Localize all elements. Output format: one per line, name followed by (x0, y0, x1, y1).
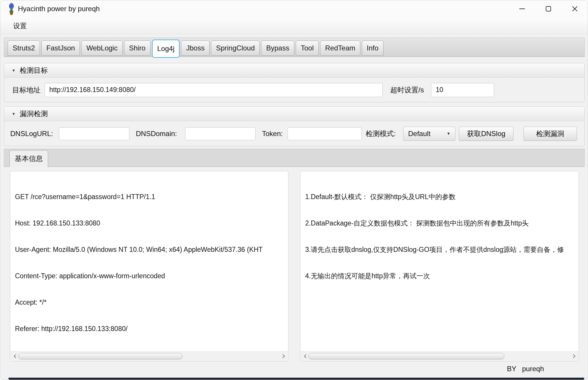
tab-basic-info[interactable]: 基本信息 (9, 150, 48, 167)
hyacinth-app-icon (7, 3, 16, 15)
collapse-arrow-icon: ▼ (12, 112, 16, 116)
tab-shiro[interactable]: Shiro (124, 40, 151, 56)
request-line: User-Agent: Mozilla/5.0 (Windows NT 10.0… (15, 245, 287, 254)
target-group-title: 检测目标 (20, 66, 48, 75)
menu-item-settings[interactable]: 设置 (11, 17, 28, 34)
help-line: 4.无输出的情况可能是http异常，再试一次 (305, 272, 577, 280)
maximize-icon (545, 6, 551, 12)
horizontal-scrollbar[interactable] (11, 351, 288, 361)
close-button[interactable] (567, 0, 583, 17)
scroll-right-button[interactable] (279, 352, 288, 361)
chevron-right-icon (572, 354, 576, 359)
window-title: Hyacinth power by pureqh (18, 0, 100, 17)
tab-weblogic[interactable]: WebLogic (81, 40, 122, 56)
tab-info[interactable]: Info (362, 40, 383, 56)
main-tabstrip: Struts2 FastJson WebLogic Shiro Log4j Jb… (4, 38, 585, 57)
scrollbar-thumb[interactable] (18, 353, 183, 359)
chevron-right-icon (282, 354, 285, 359)
request-text: GET /rce?username=1&password=1 HTTP/1.1 … (15, 175, 287, 350)
horizontal-scrollbar[interactable] (301, 351, 578, 361)
minimize-button[interactable] (514, 0, 530, 17)
detect-vuln-button[interactable]: 检测漏洞 (523, 127, 577, 141)
window-controls (514, 0, 583, 17)
request-line: Referer: http://192.168.150.133:8080/ (15, 324, 287, 333)
app-window: Hyacinth power by pureqh 设置 Struts2 Fast (0, 0, 588, 380)
request-line: Accept: */* (15, 298, 287, 307)
close-icon (572, 6, 578, 12)
token-label: Token: (262, 130, 283, 138)
scrollbar-thumb[interactable] (308, 353, 504, 359)
titlebar: Hyacinth power by pureqh (0, 0, 588, 17)
help-line: 1.Default-默认模式： 仅探测http头及URL中的参数 (305, 192, 577, 201)
chevron-left-icon (13, 354, 17, 359)
footer-credit: BY pureqh (507, 365, 544, 373)
get-dnslog-button[interactable]: 获取DNSlog (459, 127, 513, 141)
target-group-body: 目标地址 超时设置/s (4, 78, 584, 102)
vuln-group-title: 漏洞检测 (20, 109, 48, 118)
main-tabs: Struts2 FastJson WebLogic Shiro Log4j Jb… (4, 38, 584, 57)
target-address-label: 目标地址 (12, 85, 40, 95)
detect-mode-value: Default (408, 130, 430, 138)
dnslogurl-input[interactable] (59, 127, 129, 140)
tab-springcloud[interactable]: SpringCloud (211, 40, 260, 56)
token-input[interactable] (288, 127, 362, 140)
tab-fastjson[interactable]: FastJson (41, 40, 80, 56)
vuln-group: ▼ 漏洞检测 DNSLogURL: DNSDomain: Token: 检测模式… (4, 106, 585, 146)
tab-tool[interactable]: Tool (296, 40, 319, 56)
tab-bypass[interactable]: Bypass (261, 40, 294, 56)
help-line: 3.请先点击获取dnslog,仅支持DNSlog-GO项目，作者不提供dnslo… (305, 245, 577, 254)
request-text-pane[interactable]: GET /rce?username=1&password=1 HTTP/1.1 … (10, 171, 288, 362)
request-line: Content-Type: application/x-www-form-url… (15, 272, 287, 280)
window-bottom-edge (9, 378, 584, 380)
request-line: Host: 192.168.150.133:8080 (15, 219, 287, 228)
collapse-arrow-icon: ▼ (12, 68, 16, 73)
info-tabstrip: 基本信息 (4, 149, 585, 167)
tab-jboss[interactable]: Jboss (181, 40, 209, 56)
detect-mode-combobox[interactable]: Default ▼ (403, 127, 455, 141)
dnsdomain-input[interactable] (185, 127, 256, 140)
chevron-down-icon: ▼ (447, 131, 450, 136)
minimize-icon (519, 9, 525, 9)
tab-redteam[interactable]: RedTeam (320, 40, 360, 56)
chevron-left-icon (304, 354, 307, 359)
menubar: 设置 (0, 17, 588, 34)
dnslogurl-label: DNSLogURL: (10, 130, 53, 138)
vuln-group-body: DNSLogURL: DNSDomain: Token: 检测模式: Defau… (4, 121, 584, 146)
vuln-group-header[interactable]: ▼ 漏洞检测 (4, 107, 584, 121)
help-line: 2.DataPackage-自定义数据包模式： 探测数据包中出现的所有参数及ht… (305, 219, 577, 228)
target-group: ▼ 检测目标 目标地址 超时设置/s (4, 63, 585, 102)
tab-log4j[interactable]: Log4j (152, 40, 180, 58)
dnsdomain-label: DNSDomain: (136, 130, 177, 138)
scroll-right-button[interactable] (570, 352, 578, 361)
tab-struts2[interactable]: Struts2 (8, 40, 40, 56)
target-address-input[interactable] (45, 83, 383, 97)
detect-mode-label: 检测模式: (366, 129, 396, 138)
timeout-input[interactable] (431, 83, 494, 97)
target-group-header[interactable]: ▼ 检测目标 (4, 63, 584, 78)
request-line: GET /rce?username=1&password=1 HTTP/1.1 (15, 192, 287, 201)
help-text: 1.Default-默认模式： 仅探测http头及URL中的参数 2.DataP… (305, 175, 577, 350)
maximize-button[interactable] (540, 0, 557, 17)
timeout-label: 超时设置/s (390, 85, 424, 95)
help-text-pane[interactable]: 1.Default-默认模式： 仅探测http头及URL中的参数 2.DataP… (300, 171, 579, 362)
